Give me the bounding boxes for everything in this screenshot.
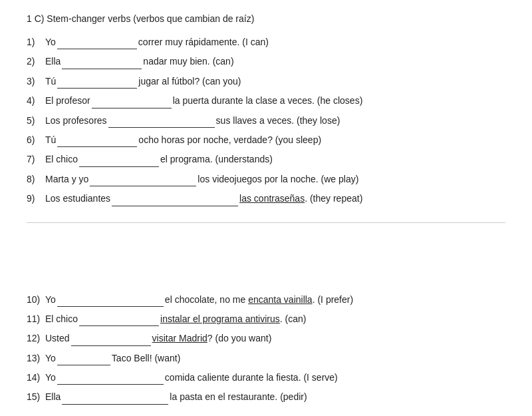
fill-blank[interactable]: [79, 158, 159, 167]
item-suffix: visitar Madrid?: [152, 333, 213, 343]
item-hint: (do you want): [215, 333, 272, 343]
list-item: 7) El chicoel programa. (understands): [27, 152, 505, 166]
item-number: 6): [27, 132, 45, 147]
item-content: Yocomida caliente durante la fiesta. (I …: [45, 370, 505, 385]
section1-list: 1) Yocorrer muy rápidamente. (I can) 2) …: [27, 35, 505, 206]
item-hint: (want): [154, 353, 180, 363]
item-prefix: Marta y yo: [45, 174, 88, 184]
item-prefix: Tú: [45, 134, 56, 145]
item-prefix: Ella: [45, 56, 61, 67]
item-content: Ustedvisitar Madrid? (do you want): [45, 331, 505, 345]
item-content: Marta y yolos videojuegos por la noche. …: [45, 172, 505, 186]
item-suffix: nadar muy bien.: [143, 56, 209, 67]
item-hint: (can): [285, 313, 307, 324]
item-prefix: Ella: [45, 391, 61, 402]
item-hint: (we play): [321, 174, 359, 184]
item-content: Ellanadar muy bien. (can): [45, 54, 505, 69]
fill-blank[interactable]: [57, 138, 137, 147]
item-hint: (pedir): [280, 391, 307, 402]
item-suffix: correr muy rápidamente.: [138, 37, 240, 47]
fill-blank[interactable]: [57, 356, 110, 365]
item-suffix: el chocolate, no me encanta vainilla.: [165, 294, 315, 305]
item-prefix: El profesor: [45, 95, 90, 106]
item-number: 7): [27, 152, 45, 166]
list-item: 10) Yoel chocolate, no me encanta vainil…: [27, 292, 505, 307]
item-hint: (I serve): [303, 372, 337, 383]
fill-blank[interactable]: [57, 40, 137, 49]
section2-list: 10) Yoel chocolate, no me encanta vainil…: [27, 292, 505, 405]
item-suffix: los videojuegos por la noche.: [198, 174, 318, 184]
fill-blank[interactable]: [57, 375, 164, 385]
fill-blank[interactable]: [108, 118, 215, 128]
item-prefix: Yo: [45, 353, 56, 363]
fill-blank[interactable]: [57, 79, 137, 89]
item-prefix: El chico: [45, 154, 78, 164]
fill-blank[interactable]: [90, 177, 196, 186]
item-content: Tújugar al fútbol? (can you): [45, 74, 505, 89]
item-prefix: Yo: [45, 372, 56, 383]
item-suffix: ocho horas por noche, verdade?: [138, 134, 273, 145]
list-item: 3) Tújugar al fútbol? (can you): [27, 74, 505, 89]
list-item: 11) El chicoinstalar el programa antivir…: [27, 312, 505, 326]
list-item: 12) Ustedvisitar Madrid? (do you want): [27, 331, 505, 345]
item-suffix: la pasta en el restaurante.: [170, 391, 277, 402]
item-number: 4): [27, 93, 45, 108]
item-content: El chicoinstalar el programa antivirus. …: [45, 312, 505, 326]
item-hint: (you sleep): [275, 134, 321, 145]
item-prefix: Usted: [45, 333, 70, 343]
fill-blank[interactable]: [112, 197, 238, 206]
item-hint: (they repeat): [310, 193, 362, 204]
item-suffix: instalar el programa antivirus.: [160, 313, 283, 324]
fill-blank[interactable]: [62, 60, 142, 69]
fill-blank[interactable]: [62, 395, 168, 405]
item-content: Los estudianteslas contraseñas. (they re…: [45, 191, 505, 206]
item-prefix: El chico: [45, 313, 78, 324]
item-hint: (he closes): [317, 95, 362, 106]
item-content: Yoel chocolate, no me encanta vainilla. …: [45, 292, 505, 307]
item-number: 2): [27, 54, 45, 69]
item-content: Ellala pasta en el restaurante. (pedir): [45, 389, 505, 404]
item-prefix: Los profesores: [45, 115, 107, 126]
list-item: 6) Túocho horas por noche, verdade? (you…: [27, 132, 505, 147]
item-number: 10): [27, 292, 45, 307]
item-suffix: Taco Bell!: [112, 353, 152, 363]
item-suffix: la puerta durante la clase a veces.: [173, 95, 315, 106]
item-prefix: Tú: [45, 76, 56, 87]
item-suffix: comida caliente durante la fiesta.: [165, 372, 301, 383]
list-item: 15) Ellala pasta en el restaurante. (ped…: [27, 389, 505, 404]
item-number: 1): [27, 35, 45, 49]
item-content: El profesorla puerta durante la clase a …: [45, 93, 505, 108]
list-item: 13) YoTaco Bell! (want): [27, 351, 505, 365]
item-prefix: Yo: [45, 294, 56, 305]
item-content: El chicoel programa. (understands): [45, 152, 505, 166]
fill-blank[interactable]: [79, 317, 159, 326]
item-prefix: Yo: [45, 37, 56, 47]
section-divider: [27, 222, 505, 223]
item-content: Los profesoressus llaves a veces. (they …: [45, 113, 505, 128]
list-item: 14) Yocomida caliente durante la fiesta.…: [27, 370, 505, 385]
section-spacer: [27, 239, 505, 292]
item-prefix: Los estudiantes: [45, 193, 110, 204]
item-content: Túocho horas por noche, verdade? (you sl…: [45, 132, 505, 147]
item-hint: (understands): [215, 154, 273, 164]
item-number: 13): [27, 351, 45, 365]
item-number: 9): [27, 191, 45, 206]
fill-blank[interactable]: [57, 298, 164, 307]
item-hint: (can): [213, 56, 234, 67]
fill-blank[interactable]: [92, 99, 172, 108]
item-suffix: sus llaves a veces.: [216, 115, 295, 126]
list-item: 1) Yocorrer muy rápidamente. (I can): [27, 35, 505, 49]
item-suffix: jugar al fútbol?: [138, 76, 200, 87]
item-suffix: las contraseñas.: [239, 193, 307, 204]
item-number: 3): [27, 74, 45, 89]
list-item: 4) El profesorla puerta durante la clase…: [27, 93, 505, 108]
item-hint: (can you): [202, 76, 241, 87]
item-number: 8): [27, 172, 45, 186]
list-item: 9) Los estudianteslas contraseñas. (they…: [27, 191, 505, 206]
item-number: 5): [27, 113, 45, 128]
item-suffix: el programa.: [160, 154, 213, 164]
item-number: 11): [27, 312, 45, 326]
list-item: 8) Marta y yolos videojuegos por la noch…: [27, 172, 505, 186]
fill-blank[interactable]: [71, 337, 151, 346]
item-hint: (I can): [242, 37, 269, 47]
